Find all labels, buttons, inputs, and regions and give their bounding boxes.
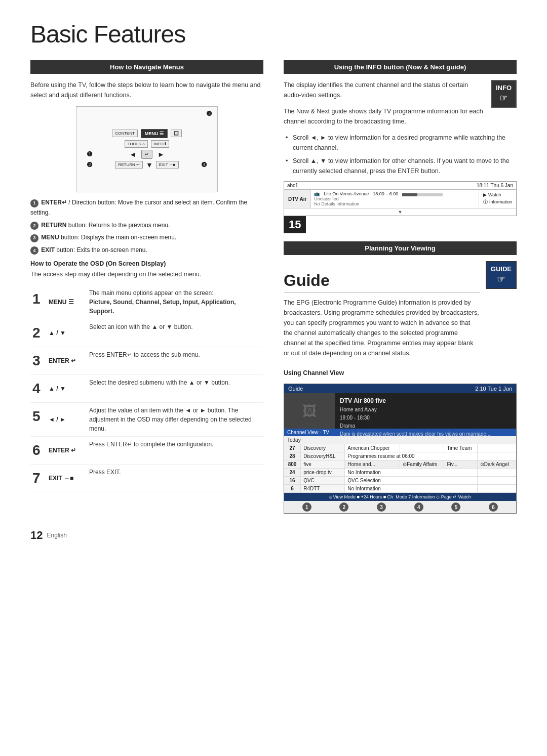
remote-diagram: CONTENT MENU ☰ 🔲 ❸ TOOLS ⌂ INFO ℹ ❶ ◄ ↵ … [30, 106, 263, 192]
cib-program-info: 📺 Life On Venus Avenue 18:00 – 6:00 Uncl… [311, 190, 479, 208]
table-row: 7 EXIT →■ Press EXIT. [30, 464, 263, 492]
table-row: 27 Discovery American Chopper Time Team [284, 444, 516, 452]
cib-progress-bar [402, 193, 443, 196]
table-row: 4 ▲ / ▼ Select the desired submenu with … [30, 374, 263, 402]
circle-3: 3 [30, 234, 38, 242]
channel-info-box: abc1 18:11 Thu 6 Jan DTV Air 📺 Life On V… [284, 181, 517, 216]
guide-title: Guide [284, 271, 480, 292]
table-row: 28 DiscoveryH&L Programmes resume at 06:… [284, 452, 516, 460]
navigate-intro: Before using the TV, follow the steps be… [30, 80, 263, 100]
info-para2: The Now & Next guide shows daily TV prog… [284, 106, 517, 127]
guide-circle-1: 1 [302, 502, 311, 512]
num-item-1: 1 ENTER↵ / Direction button: Move the cu… [30, 197, 263, 218]
cib-main-row: DTV Air 📺 Life On Venus Avenue 18:00 – 6… [284, 190, 516, 208]
cib-sub-info: Unclassified No Details Information [314, 196, 476, 206]
cib-watch: ▶ Watch [483, 192, 512, 197]
guide-footer-bar: a View Mode ■ +24 Hours ■ Ch. Mode 7 Inf… [284, 493, 516, 501]
steps-table: 1 MENU ☰ The main menu options appear on… [30, 285, 263, 492]
num-item-3: 3 MENU button: Displays the main on-scre… [30, 232, 263, 242]
num3-label: ❸ [206, 110, 212, 117]
table-row: 2 ▲ / ▼ Select an icon with the ▲ or ▼ b… [30, 319, 263, 347]
guide-circle-5: 5 [451, 502, 460, 512]
cib-dtv-air: DTV Air [288, 196, 306, 202]
channel-view-subtitle: Using Channel View [284, 369, 517, 376]
info-btn-remote: INFO ℹ [151, 140, 169, 148]
cib-footer-arrow: ▼ [284, 208, 516, 216]
cib-sub1: Unclassified [314, 196, 339, 201]
info-section-header: Using the INFO button (Now & Next guide) [284, 60, 517, 74]
info-button-image: INFO ☞ [491, 80, 517, 108]
preview-channel: DTV Air 800 five [340, 396, 492, 406]
language-label: English [47, 532, 66, 539]
table-row: 5 ◄ / ► Adjust the value of an item with… [30, 402, 263, 436]
cib-header: abc1 18:11 Thu 6 Jan [284, 182, 516, 190]
guide-header-right: 2:10 Tue 1 Jun [475, 386, 512, 392]
guide-preview: 🖼 DTV Air 800 five Home and Away 18:00 -… [284, 393, 516, 429]
cib-program-name: Life On Venus Avenue [324, 191, 369, 196]
cib-channel-name: abc1 [287, 183, 298, 188]
circle-1: 1 [30, 199, 38, 207]
guide-circle-4: 4 [414, 502, 423, 512]
ch-num-big: 15 [284, 216, 306, 233]
osd-intro: The access step may differ depending on … [30, 269, 263, 279]
guide-channel-view-box: Guide 2:10 Tue 1 Jun 🖼 DTV Air 800 five … [284, 384, 517, 514]
guide-box-header: Guide 2:10 Tue 1 Jun [284, 384, 516, 393]
guide-circle-6: 6 [489, 502, 498, 512]
preview-show: Home and Away [340, 406, 492, 414]
navigate-menus-header: How to Navigate Menus [30, 60, 263, 74]
table-row: 6 ENTER ↵ Press ENTER↵ to complete the c… [30, 436, 263, 464]
menu-btn: MENU ☰ [141, 129, 168, 138]
tools-btn: TOOLS ⌂ [125, 140, 148, 148]
num2-label: ❷ [87, 161, 93, 169]
table-row: 6 R4DTT No Information [284, 485, 516, 493]
cib-info-action: ⓘ Information [483, 199, 512, 205]
guide-btn-remote: 🔲 [171, 130, 182, 137]
page-title: Basic Features [30, 20, 517, 48]
num-item-2: 2 RETURN button: Returns to the previous… [30, 220, 263, 230]
cib-sub2: No Details Information [314, 201, 359, 206]
preview-genre: Drama [340, 422, 492, 430]
table-row: 800 five Home and... ⊙Family Affairs Fiv… [284, 460, 516, 469]
num1-label: ❶ [87, 150, 93, 158]
circle-4: 4 [30, 246, 38, 255]
guide-circle-2: 2 [339, 502, 348, 512]
guide-preview-thumbnail: 🖼 [284, 393, 335, 429]
arrow-down-btn: ▼ [146, 161, 153, 169]
page-footer: 12 English [30, 529, 517, 542]
info-btn-label: INFO [496, 84, 512, 92]
exit-btn: EXIT →■ [156, 161, 179, 169]
preview-time: 18:00 - 18:30 [340, 414, 492, 422]
guide-section: GUIDE ☞ Guide The EPG (Electronic Progra… [284, 261, 517, 514]
guide-btn-label: GUIDE [491, 265, 512, 273]
cib-program-icon: 📺 [314, 191, 320, 196]
num-item-4: 4 EXIT button: Exits the on-screen menu. [30, 245, 263, 255]
guide-footer-text: a View Mode ■ +24 Hours ■ Ch. Mode 7 Inf… [329, 494, 471, 499]
info-para1: The display identifies the current chann… [284, 80, 517, 100]
table-row: 16 QVC QVC Selection [284, 477, 516, 485]
bullet-item: Scroll ◄, ► to view information for a de… [286, 133, 517, 153]
info-bullets: Scroll ◄, ► to view information for a de… [284, 133, 517, 176]
arrow-left: ◄ [129, 150, 136, 158]
channel-num-overlay: 15 [284, 216, 517, 233]
guide-button-image: GUIDE ☞ [486, 261, 517, 289]
table-row: 3 ENTER ↵ Press ENTER↵ to access the sub… [30, 347, 263, 374]
cib-air-info: DTV Air [284, 190, 311, 208]
num4-label: ❹ [201, 161, 207, 169]
table-row: 24 price-drop.tv No Information [284, 469, 516, 477]
content-btn: CONTENT [112, 130, 138, 137]
cib-progress-fill [402, 193, 417, 196]
guide-preview-text: DTV Air 800 five Home and Away 18:00 - 1… [335, 393, 497, 429]
guide-circle-numbers: 1 2 3 4 5 6 [284, 501, 516, 513]
numbered-list: 1 ENTER↵ / Direction button: Move the cu… [30, 197, 263, 255]
osd-subtitle: How to Operate the OSD (On Screen Displa… [30, 260, 263, 267]
return-btn: RETURN ↩ [115, 161, 143, 169]
guide-channels-table: 27 Discovery American Chopper Time Team … [284, 444, 516, 493]
guide-header-left: Guide [288, 386, 303, 392]
arrow-right: ► [158, 150, 165, 158]
bullet-item: Scroll ▲, ▼ to view information for othe… [286, 156, 517, 176]
guide-para: The EPG (Electronic Programme Guide) inf… [284, 298, 480, 358]
cib-time: 18:11 Thu 6 Jan [477, 183, 513, 188]
circle-2: 2 [30, 222, 38, 230]
enter-center-btn: ↵ [141, 150, 152, 159]
preview-desc: Dani is devastated when scott makes clea… [340, 430, 492, 438]
